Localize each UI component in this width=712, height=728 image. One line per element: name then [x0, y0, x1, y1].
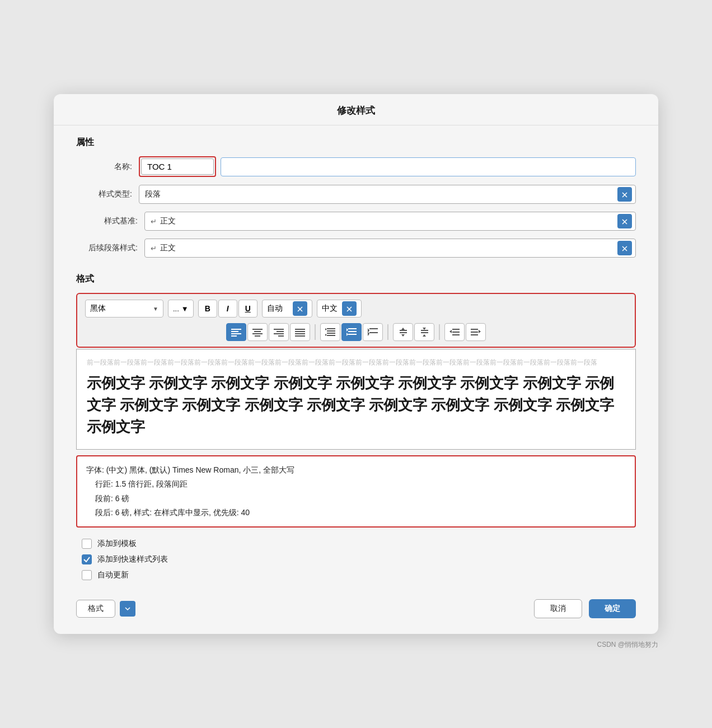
font-more-button[interactable]: ... ▼	[168, 300, 194, 318]
divider1	[315, 324, 316, 340]
format-main-button[interactable]: 格式	[76, 600, 115, 618]
add-to-quick-label: 添加到快速样式列表	[97, 554, 168, 564]
svg-rect-15	[295, 335, 305, 337]
divider2	[387, 324, 388, 340]
svg-rect-16	[327, 328, 335, 329]
svg-marker-25	[346, 328, 348, 332]
add-to-template-row: 添加到模板	[82, 539, 630, 549]
svg-rect-0	[231, 329, 241, 330]
font-size-arrow	[293, 301, 307, 316]
style-desc-box: 字体: (中文) 黑体, (默认) Times New Roman, 小三, 全…	[76, 455, 636, 528]
font-size-value: 自动	[267, 304, 291, 314]
checkbox-section: 添加到模板 添加到快速样式列表 自动更新	[76, 539, 636, 580]
style-base-row: 样式基准: ↵ 正文	[76, 212, 636, 231]
dialog-footer: 格式 取消 确定	[54, 594, 658, 618]
decrease-indent-button[interactable]	[444, 323, 465, 341]
increase-indent-button[interactable]	[466, 323, 486, 341]
font-more-arrow: ▼	[181, 305, 189, 313]
modify-style-dialog: 修改样式 属性 名称: 样式类型: 段落	[54, 94, 658, 634]
svg-rect-36	[421, 332, 428, 333]
style-type-value: 段落	[145, 189, 161, 199]
font-more-label: ...	[173, 305, 179, 313]
svg-rect-27	[369, 328, 378, 329]
style-base-select[interactable]: ↵ 正文	[144, 212, 636, 231]
return-icon-base: ↵	[151, 217, 157, 226]
style-type-select[interactable]: 段落	[139, 185, 636, 204]
name-row: 名称:	[76, 156, 636, 177]
svg-marker-26	[346, 333, 348, 336]
toolbar-row1: 黑体 ▼ ... ▼ B I U	[85, 300, 627, 318]
properties-section: 属性 名称: 样式类型: 段落	[76, 137, 636, 258]
language-value: 中文	[322, 304, 340, 314]
align-center-button[interactable]	[247, 323, 268, 341]
format-buttons: B I U	[198, 300, 257, 318]
style-base-label: 样式基准:	[76, 216, 138, 226]
auto-update-checkbox[interactable]	[82, 570, 92, 580]
svg-rect-10	[274, 333, 284, 334]
svg-rect-19	[327, 335, 335, 336]
svg-marker-37	[423, 328, 426, 330]
next-style-select[interactable]: ↵ 正文	[144, 239, 636, 258]
watermark: CSDN @悄悄地努力	[597, 640, 658, 650]
next-style-arrow-icon	[617, 241, 632, 255]
toolbar-row2	[85, 323, 627, 341]
font-size-select[interactable]: 自动	[262, 300, 312, 318]
style-base-arrow-icon	[617, 214, 632, 228]
decrease-para-spacing-button[interactable]	[414, 323, 434, 341]
auto-update-label: 自动更新	[97, 570, 129, 580]
underline-button[interactable]: U	[238, 300, 257, 318]
align-left-button[interactable]	[226, 323, 246, 341]
spacing-group	[320, 323, 383, 341]
align-justify-button[interactable]	[290, 323, 310, 341]
preview-sample-text: 示例文字 示例文字 示例文字 示例文字 示例文字 示例文字 示例文字 示例文字 …	[87, 372, 625, 438]
line-spacing-1-5-button[interactable]	[341, 323, 362, 341]
style-base-value: 正文	[160, 216, 176, 226]
name-input[interactable]	[141, 158, 214, 175]
confirm-button[interactable]: 确定	[589, 599, 636, 618]
italic-button[interactable]: I	[218, 300, 237, 318]
style-type-label: 样式类型:	[76, 189, 132, 199]
svg-rect-23	[348, 331, 357, 332]
single-spacing-button[interactable]	[320, 323, 340, 341]
svg-marker-20	[325, 328, 327, 330]
svg-marker-46	[479, 330, 481, 333]
bold-button[interactable]: B	[198, 300, 217, 318]
name-input-ext[interactable]	[221, 157, 636, 176]
add-to-template-checkbox[interactable]	[82, 539, 92, 549]
svg-rect-18	[327, 333, 335, 334]
svg-marker-29	[368, 328, 369, 333]
auto-update-row: 自动更新	[82, 570, 630, 580]
language-select[interactable]: 中文	[317, 300, 362, 318]
add-to-quick-checkbox[interactable]	[82, 554, 92, 564]
svg-rect-9	[277, 331, 284, 332]
svg-rect-13	[295, 331, 305, 332]
increase-para-spacing-button[interactable]	[393, 323, 413, 341]
return-icon-next: ↵	[151, 244, 157, 253]
preview-prev-text: 前一段落前一段落前一段落前一段落前一段落前一段落前一段落前一段落前一段落前一段落…	[87, 357, 625, 368]
next-style-value: 正文	[160, 243, 176, 253]
double-spacing-button[interactable]	[363, 323, 383, 341]
svg-rect-14	[295, 333, 305, 334]
font-select[interactable]: 黑体 ▼	[85, 300, 163, 318]
svg-rect-1	[231, 331, 238, 332]
align-right-button[interactable]	[269, 323, 289, 341]
svg-rect-5	[254, 331, 261, 332]
svg-rect-17	[327, 330, 335, 332]
footer-right: 取消 确定	[534, 599, 636, 618]
svg-rect-32	[400, 332, 407, 333]
footer-left: 格式	[76, 600, 135, 618]
svg-rect-43	[471, 329, 478, 330]
para-spacing-group	[393, 323, 434, 341]
indent-group	[444, 323, 486, 341]
cancel-button[interactable]: 取消	[534, 599, 582, 618]
style-desc-line2: 行距: 1.5 倍行距, 段落间距	[95, 477, 626, 491]
svg-marker-33	[401, 328, 405, 330]
svg-rect-44	[471, 332, 478, 333]
svg-marker-30	[368, 332, 369, 336]
alignment-group	[226, 323, 310, 341]
svg-rect-3	[231, 335, 237, 337]
svg-rect-35	[421, 330, 428, 331]
svg-rect-31	[400, 330, 407, 331]
svg-rect-40	[452, 332, 460, 333]
format-dropdown-button[interactable]	[120, 601, 135, 617]
